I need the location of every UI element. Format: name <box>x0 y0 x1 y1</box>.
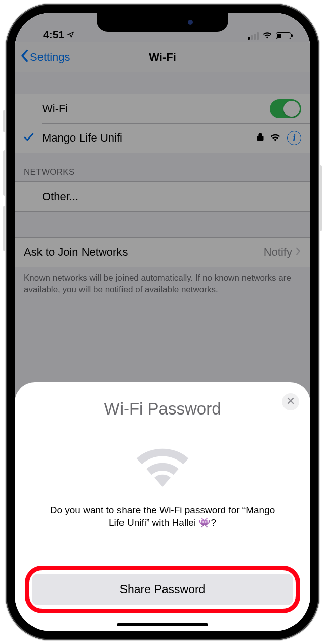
wifi-icon <box>125 434 200 491</box>
sheet-title: Wi-Fi Password <box>104 399 221 419</box>
close-button[interactable] <box>282 393 299 410</box>
close-icon <box>287 397 294 406</box>
share-password-sheet: Wi-Fi Password Do you want to share the … <box>15 382 310 631</box>
sheet-message: Do you want to share the Wi-Fi password … <box>46 503 279 529</box>
home-indicator[interactable] <box>117 623 208 626</box>
share-password-button[interactable]: Share Password <box>32 574 293 605</box>
